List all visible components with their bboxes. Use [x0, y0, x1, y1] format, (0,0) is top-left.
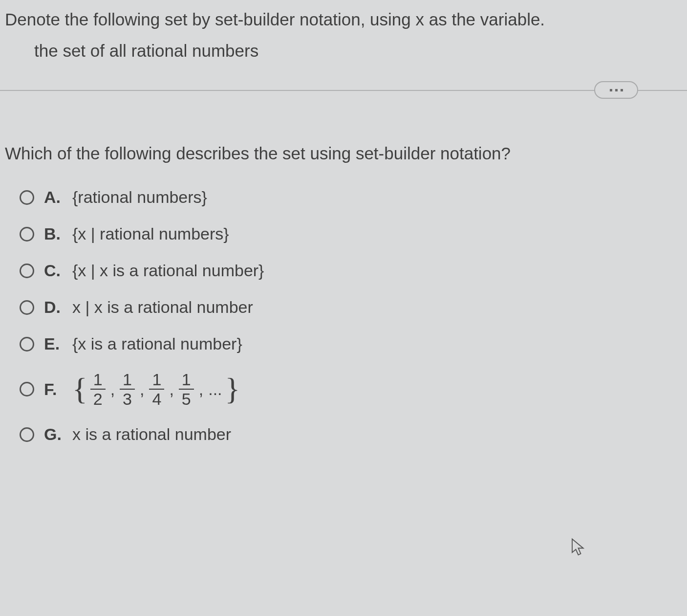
choice-text: {x | rational numbers} — [72, 224, 229, 243]
question-area: Denote the following set by set-builder … — [0, 0, 687, 444]
ellipsis-icon — [621, 89, 623, 91]
divider — [0, 90, 687, 91]
choice-text: {x is a rational number} — [72, 334, 242, 353]
radio-icon — [20, 227, 34, 242]
choice-text: {rational numbers} — [72, 188, 207, 207]
ellipsis-icon — [615, 89, 618, 91]
radio-icon — [20, 300, 34, 315]
choice-letter: E. — [44, 334, 64, 353]
comma: , — [199, 380, 203, 399]
choice-text: { 1 2 , 1 3 , 1 4 , 1 5 , ... } — [72, 371, 240, 407]
choice-letter: F. — [44, 380, 64, 399]
divider-wrap — [0, 90, 687, 110]
choice-d[interactable]: D. x | x is a rational number — [20, 298, 687, 317]
ellipsis: ... — [208, 380, 222, 399]
question-text: Which of the following describes the set… — [0, 144, 687, 188]
radio-icon — [20, 190, 34, 205]
more-options-button[interactable] — [594, 81, 638, 99]
comma: , — [140, 380, 144, 399]
choice-letter: A. — [44, 188, 64, 207]
comma: , — [169, 380, 173, 399]
choice-b[interactable]: B. {x | rational numbers} — [20, 224, 687, 243]
choice-f[interactable]: F. { 1 2 , 1 3 , 1 4 , 1 5 , — [20, 371, 687, 407]
fraction-num: 1 — [179, 371, 194, 390]
choice-text: {x | x is a rational number} — [72, 261, 264, 280]
fraction-den: 3 — [120, 390, 135, 407]
choice-e[interactable]: E. {x is a rational number} — [20, 334, 687, 353]
fraction-num: 1 — [120, 371, 135, 390]
fraction: 1 2 — [90, 371, 106, 407]
choices-list: A. {rational numbers} B. {x | rational n… — [0, 188, 687, 444]
radio-icon — [20, 427, 34, 442]
fraction: 1 3 — [120, 371, 135, 407]
ellipsis-icon — [610, 89, 612, 91]
brace-close: } — [225, 376, 240, 401]
fraction: 1 5 — [179, 371, 194, 407]
radio-icon — [20, 382, 34, 396]
cursor-icon — [570, 538, 584, 557]
comma: , — [110, 380, 115, 399]
choice-g[interactable]: G. x is a rational number — [20, 425, 687, 444]
choice-letter: B. — [44, 224, 64, 243]
fraction-den: 2 — [90, 390, 106, 407]
fraction-den: 5 — [179, 390, 194, 407]
sub-instruction-text: the set of all rational numbers — [0, 41, 687, 90]
fraction-num: 1 — [90, 371, 106, 390]
radio-icon — [20, 264, 34, 278]
choice-letter: G. — [44, 425, 64, 444]
choice-c[interactable]: C. {x | x is a rational number} — [20, 261, 687, 280]
fraction-den: 4 — [149, 390, 164, 407]
choice-text: x is a rational number — [72, 425, 231, 444]
choice-text: x | x is a rational number — [72, 298, 253, 317]
choice-a[interactable]: A. {rational numbers} — [20, 188, 687, 207]
instruction-text: Denote the following set by set-builder … — [0, 10, 687, 41]
radio-icon — [20, 337, 34, 352]
choice-letter: C. — [44, 261, 64, 280]
fraction: 1 4 — [149, 371, 164, 407]
brace-open: { — [72, 376, 87, 401]
choice-letter: D. — [44, 298, 64, 317]
fraction-num: 1 — [149, 371, 164, 390]
